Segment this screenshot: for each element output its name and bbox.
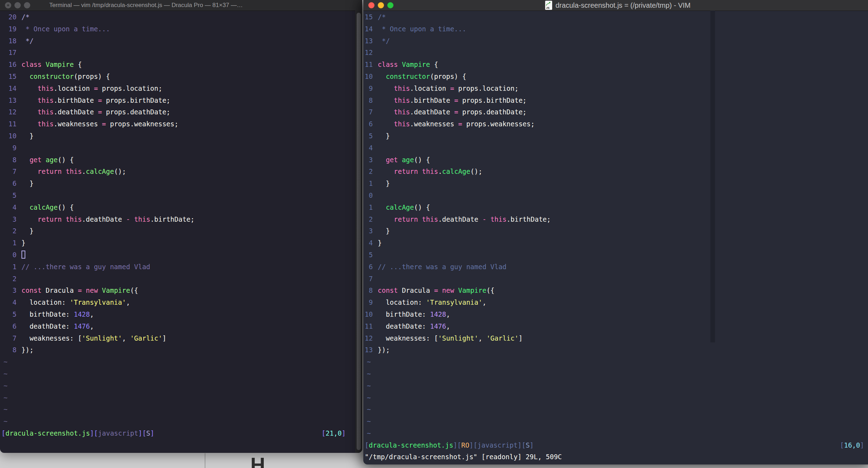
- code-line[interactable]: 1 }: [363, 178, 868, 190]
- line-number: 5: [363, 130, 373, 142]
- vim-message-line: "/tmp/dracula-screenshot.js" [readonly] …: [363, 451, 868, 463]
- line-number: 6: [363, 261, 373, 273]
- line-number: 2: [363, 214, 373, 226]
- code-line[interactable]: 18 */: [0, 35, 362, 47]
- zoom-button[interactable]: [387, 2, 394, 8]
- edited-dot-icon: [7, 4, 9, 6]
- code-line[interactable]: 2 return this.deathDate - this.birthDate…: [363, 214, 868, 226]
- code-line[interactable]: 6 }: [0, 178, 362, 190]
- code-line[interactable]: 19 * Once upon a time...: [0, 23, 362, 35]
- code-line[interactable]: 9: [0, 142, 362, 154]
- code-line[interactable]: 14 * Once upon a time...: [363, 23, 868, 35]
- line-number: 3: [0, 214, 17, 226]
- code-line[interactable]: 5 }: [363, 130, 868, 142]
- code-line[interactable]: 13 this.birthDate = props.birthDate;: [0, 95, 362, 107]
- code-line[interactable]: 7 weaknesses: ['Sunlight', 'Garlic']: [0, 333, 362, 344]
- code-line[interactable]: 1 calcAge() {: [363, 202, 868, 214]
- code-line[interactable]: 6// ...there was a guy named Vlad: [363, 261, 868, 273]
- window-title: Terminal — vim /tmp/dracula-screenshot.j…: [49, 0, 243, 11]
- code-line[interactable]: 11 deathDate: 1476,: [363, 321, 868, 333]
- code-line[interactable]: 13 */: [363, 35, 868, 47]
- code-text: deathDate: 1476,: [17, 321, 94, 333]
- code-line[interactable]: 11class Vampire {: [363, 59, 868, 71]
- code-line[interactable]: 7 return this.calcAge();: [0, 166, 362, 178]
- code-text: get age() {: [373, 154, 430, 166]
- code-text: */: [373, 35, 390, 47]
- code-line[interactable]: 15 constructor(props) {: [0, 71, 362, 83]
- code-line[interactable]: 5: [363, 249, 868, 261]
- code-line[interactable]: 15/*: [363, 11, 868, 23]
- code-text: }: [373, 130, 390, 142]
- minimize-button[interactable]: [14, 2, 21, 8]
- code-line[interactable]: 8});: [0, 344, 362, 356]
- line-number: 13: [0, 95, 17, 107]
- code-line[interactable]: 3 return this.deathDate - this.birthDate…: [0, 214, 362, 226]
- code-line[interactable]: 4 calcAge() {: [0, 202, 362, 214]
- code-line[interactable]: 10 birthDate: 1428,: [363, 309, 868, 321]
- code-text: }: [373, 237, 382, 249]
- code-text: // ...there was a guy named Vlad: [17, 261, 150, 273]
- code-text: weaknesses: ['Sunlight', 'Garlic']: [373, 333, 523, 344]
- code-text: this.birthDate = props.birthDate;: [373, 95, 526, 107]
- code-line[interactable]: 4 location: 'Transylvania',: [0, 297, 362, 309]
- line-number: 7: [363, 273, 373, 285]
- code-line[interactable]: 10 constructor(props) {: [363, 71, 868, 83]
- macvim-titlebar[interactable]: JS dracula-screenshot.js = (/private/tmp…: [363, 0, 868, 11]
- code-line[interactable]: 3 }: [363, 225, 868, 237]
- line-number: 1: [363, 202, 373, 214]
- code-line[interactable]: 5 birthDate: 1428,: [0, 309, 362, 321]
- code-line[interactable]: 20/*: [0, 11, 362, 23]
- code-line[interactable]: 10 }: [0, 130, 362, 142]
- code-text: }: [17, 130, 33, 142]
- zoom-button[interactable]: [24, 2, 30, 8]
- code-line[interactable]: 7 this.deathDate = props.deathDate;: [363, 106, 868, 118]
- code-line[interactable]: 4}: [363, 237, 868, 249]
- code-line[interactable]: 2 return this.calcAge();: [363, 166, 868, 178]
- code-text: }: [17, 237, 25, 249]
- code-line[interactable]: 2: [0, 273, 362, 285]
- line-number: 19: [0, 23, 17, 35]
- line-number: 13: [363, 35, 373, 47]
- code-text: this.weaknesses = props.weaknesses;: [17, 118, 178, 130]
- code-line[interactable]: 12: [363, 47, 868, 59]
- line-number: 11: [363, 321, 373, 333]
- line-number: 10: [0, 130, 17, 142]
- code-line[interactable]: 6 this.weaknesses = props.weaknesses;: [363, 118, 868, 130]
- code-line[interactable]: 9 this.location = props.location;: [363, 83, 868, 95]
- code-line[interactable]: 5: [0, 190, 362, 202]
- code-line[interactable]: 7: [363, 273, 868, 285]
- code-line[interactable]: 16class Vampire {: [0, 59, 362, 71]
- code-line[interactable]: 9 location: 'Transylvania',: [363, 297, 868, 309]
- code-text: [17, 190, 21, 202]
- code-text: return this.calcAge();: [373, 166, 482, 178]
- code-line[interactable]: 4: [363, 142, 868, 154]
- line-number: 14: [0, 83, 17, 95]
- code-line[interactable]: 2 }: [0, 225, 362, 237]
- code-line[interactable]: 8 this.birthDate = props.birthDate;: [363, 95, 868, 107]
- code-line[interactable]: 12 weaknesses: ['Sunlight', 'Garlic']: [363, 333, 868, 344]
- code-text: calcAge() {: [373, 202, 430, 214]
- code-line[interactable]: 17: [0, 47, 362, 59]
- terminal-titlebar[interactable]: Terminal — vim /tmp/dracula-screenshot.j…: [0, 0, 362, 11]
- code-line[interactable]: 6 deathDate: 1476,: [0, 321, 362, 333]
- code-line[interactable]: 12 this.deathDate = props.deathDate;: [0, 106, 362, 118]
- scrollbar-thumb[interactable]: [357, 13, 361, 450]
- code-line[interactable]: 14 this.location = props.location;: [0, 83, 362, 95]
- line-number: 4: [0, 297, 17, 309]
- code-line[interactable]: 3const Dracula = new Vampire({: [0, 285, 362, 297]
- line-number: 8: [363, 95, 373, 107]
- code-line[interactable]: 1// ...there was a guy named Vlad: [0, 261, 362, 273]
- code-line[interactable]: 11 this.weaknesses = props.weaknesses;: [0, 118, 362, 130]
- code-line[interactable]: 0: [363, 190, 868, 202]
- code-line[interactable]: 0: [0, 249, 362, 261]
- code-line[interactable]: 8const Dracula = new Vampire({: [363, 285, 868, 297]
- code-line[interactable]: 3 get age() {: [363, 154, 868, 166]
- minimize-button[interactable]: [378, 2, 384, 8]
- close-button[interactable]: [368, 2, 375, 8]
- line-number: 3: [363, 225, 373, 237]
- code-line[interactable]: 13});: [363, 344, 868, 356]
- close-button[interactable]: [5, 2, 11, 8]
- code-line[interactable]: 8 get age() {: [0, 154, 362, 166]
- code-line[interactable]: 1}: [0, 237, 362, 249]
- line-number: 11: [363, 59, 373, 71]
